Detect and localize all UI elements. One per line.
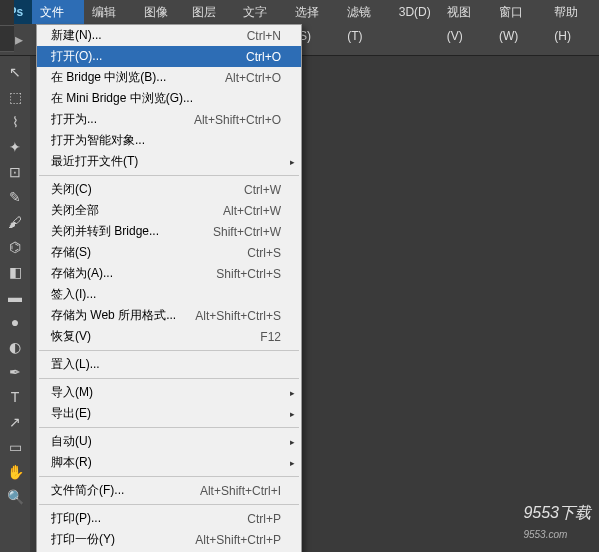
menu-item[interactable]: 导出(E) [37,403,301,424]
menu-item-shortcut: Alt+Ctrl+O [225,71,281,85]
menu-item-label: 关闭(C) [51,181,92,198]
menu-item[interactable]: 脚本(R) [37,452,301,473]
menu-item-label: 打印(P)... [51,510,101,527]
menu-图像(I)[interactable]: 图像(I) [136,0,184,24]
menu-帮助(H)[interactable]: 帮助(H) [546,0,599,24]
menu-item-label: 导入(M) [51,384,93,401]
zoom-tool-icon[interactable]: 🔍 [3,485,27,509]
menu-item-label: 脚本(R) [51,454,92,471]
shape-tool-icon[interactable]: ▭ [3,435,27,459]
menu-图层(L)[interactable]: 图层(L) [184,0,235,24]
menu-separator [39,378,299,379]
menu-滤镜(T)[interactable]: 滤镜(T) [339,0,391,24]
menu-item-label: 在 Mini Bridge 中浏览(G)... [51,90,193,107]
menu-item-label: 自动(U) [51,433,92,450]
hand-tool-icon[interactable]: ✋ [3,460,27,484]
path-tool-icon[interactable]: ↗ [3,410,27,434]
menu-窗口(W)[interactable]: 窗口(W) [491,0,546,24]
gradient-tool-icon[interactable]: ▬ [3,285,27,309]
menu-item[interactable]: 签入(I)... [37,284,301,305]
menu-item-label: 在 Bridge 中浏览(B)... [51,69,166,86]
menu-item-label: 打印一份(Y) [51,531,115,548]
menu-item[interactable]: 存储(S)Ctrl+S [37,242,301,263]
menu-item-label: 存储为(A)... [51,265,113,282]
toolbox: ↖⬚⌇✦⊡✎🖌⌬◧▬●◐✒T↗▭✋🔍 [0,56,30,552]
menu-item-shortcut: Alt+Shift+Ctrl+I [200,484,281,498]
menubar: Ps 文件(F)编辑(E)图像(I)图层(L)文字(Y)选择(S)滤镜(T)3D… [0,0,599,24]
lasso-tool-icon[interactable]: ⌇ [3,110,27,134]
menu-item-label: 打开为智能对象... [51,132,145,149]
menu-separator [39,504,299,505]
menu-item[interactable]: 关闭全部Alt+Ctrl+W [37,200,301,221]
menu-item[interactable]: 打开(O)...Ctrl+O [37,46,301,67]
menu-item[interactable]: 打印(P)...Ctrl+P [37,508,301,529]
menu-item-shortcut: Ctrl+O [246,50,281,64]
menu-item[interactable]: 打印一份(Y)Alt+Shift+Ctrl+P [37,529,301,550]
menu-item-label: 新建(N)... [51,27,102,44]
menu-item-label: 导出(E) [51,405,91,422]
eyedropper-tool-icon[interactable]: ✎ [3,185,27,209]
menu-item-label: 最近打开文件(T) [51,153,138,170]
menu-item[interactable]: 关闭并转到 Bridge...Shift+Ctrl+W [37,221,301,242]
menu-item-label: 关闭全部 [51,202,99,219]
menu-item-label: 签入(I)... [51,286,96,303]
brush-tool-icon[interactable]: 🖌 [3,210,27,234]
menu-item[interactable]: 新建(N)...Ctrl+N [37,25,301,46]
file-menu-dropdown: 新建(N)...Ctrl+N打开(O)...Ctrl+O在 Bridge 中浏览… [36,24,302,552]
menu-item[interactable]: 自动(U) [37,431,301,452]
marquee-tool-icon[interactable]: ⬚ [3,85,27,109]
menu-item[interactable]: 打开为...Alt+Shift+Ctrl+O [37,109,301,130]
menu-文件(F)[interactable]: 文件(F) [32,0,84,24]
menu-item-shortcut: Alt+Shift+Ctrl+P [195,533,281,547]
menu-item-shortcut: Ctrl+S [247,246,281,260]
menu-separator [39,427,299,428]
menu-item[interactable]: 置入(L)... [37,354,301,375]
dodge-tool-icon[interactable]: ◐ [3,335,27,359]
menu-item-label: 关闭并转到 Bridge... [51,223,159,240]
menu-item-shortcut: Alt+Ctrl+W [223,204,281,218]
menu-item-shortcut: Shift+Ctrl+W [213,225,281,239]
menu-item[interactable]: 存储为 Web 所用格式...Alt+Shift+Ctrl+S [37,305,301,326]
menu-item[interactable]: 在 Bridge 中浏览(B)...Alt+Ctrl+O [37,67,301,88]
pen-tool-icon[interactable]: ✒ [3,360,27,384]
menu-item[interactable]: 打开为智能对象... [37,130,301,151]
menu-item-label: 置入(L)... [51,356,100,373]
eraser-tool-icon[interactable]: ◧ [3,260,27,284]
menu-选择(S)[interactable]: 选择(S) [287,0,339,24]
menu-item[interactable]: 关闭(C)Ctrl+W [37,179,301,200]
menu-编辑(E)[interactable]: 编辑(E) [84,0,136,24]
menu-文字(Y)[interactable]: 文字(Y) [235,0,287,24]
menu-item[interactable]: 导入(M) [37,382,301,403]
menu-item-shortcut: Alt+Shift+Ctrl+S [195,309,281,323]
menu-item[interactable]: 存储为(A)...Shift+Ctrl+S [37,263,301,284]
menu-item-label: 存储(S) [51,244,91,261]
menu-item-label: 打开(O)... [51,48,102,65]
menu-item-shortcut: Ctrl+N [247,29,281,43]
menu-item[interactable]: 恢复(V)F12 [37,326,301,347]
menu-item-label: 文件简介(F)... [51,482,124,499]
menu-item-shortcut: Shift+Ctrl+S [216,267,281,281]
blur-tool-icon[interactable]: ● [3,310,27,334]
menu-item-shortcut: F12 [260,330,281,344]
stamp-tool-icon[interactable]: ⌬ [3,235,27,259]
menu-item-label: 打开为... [51,111,97,128]
menu-item-shortcut: Ctrl+P [247,512,281,526]
menu-separator [39,350,299,351]
menu-item[interactable]: 最近打开文件(T) [37,151,301,172]
watermark: 9553下载9553.com [523,503,591,542]
menu-item[interactable]: 文件简介(F)...Alt+Shift+Ctrl+I [37,480,301,501]
menu-视图(V)[interactable]: 视图(V) [439,0,491,24]
menu-item-shortcut: Ctrl+W [244,183,281,197]
menu-separator [39,476,299,477]
menu-item-shortcut: Alt+Shift+Ctrl+O [194,113,281,127]
menu-3D(D)[interactable]: 3D(D) [391,0,439,24]
menu-item-label: 存储为 Web 所用格式... [51,307,176,324]
menu-item-label: 恢复(V) [51,328,91,345]
menu-separator [39,175,299,176]
move-tool-icon[interactable]: ↖ [3,60,27,84]
menu-item[interactable]: 在 Mini Bridge 中浏览(G)... [37,88,301,109]
wand-tool-icon[interactable]: ✦ [3,135,27,159]
crop-tool-icon[interactable]: ⊡ [3,160,27,184]
type-tool-icon[interactable]: T [3,385,27,409]
